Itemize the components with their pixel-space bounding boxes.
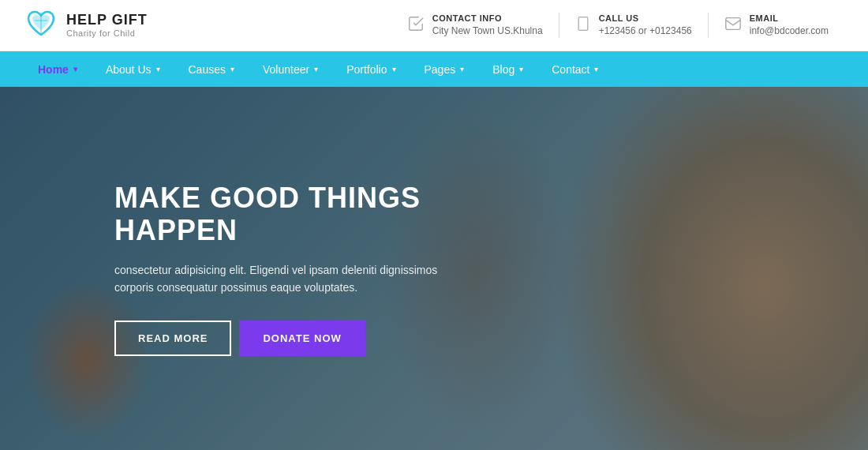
chevron-down-icon: ▾ <box>314 65 318 73</box>
nav-link-causes[interactable]: Causes ▾ <box>174 51 249 87</box>
chevron-down-icon: ▾ <box>594 65 598 73</box>
call-info-block: CALL US +123456 or +0123456 <box>559 13 709 38</box>
nav-link-blog[interactable]: Blog ▾ <box>478 51 537 87</box>
nav-link-home[interactable]: Home ▾ <box>24 51 92 87</box>
logo-subtitle: Charity for Child <box>66 28 148 39</box>
site-header: HELP GIFT Charity for Child CONTACT INFO… <box>0 0 868 51</box>
email-info-block: EMAIL info@bdcoder.com <box>709 13 844 38</box>
call-text: CALL US +123456 or +0123456 <box>599 13 692 38</box>
header-contact-info: CONTACT INFO City New Town US.Khulna CAL… <box>391 13 844 38</box>
nav-item-portfolio[interactable]: Portfolio ▾ <box>332 51 410 87</box>
chevron-down-icon: ▾ <box>519 65 523 73</box>
nav-item-blog[interactable]: Blog ▾ <box>478 51 537 87</box>
svg-rect-4 <box>726 17 740 29</box>
phone-icon <box>575 15 591 36</box>
nav-link-portfolio[interactable]: Portfolio ▾ <box>332 51 410 87</box>
contact-text: CONTACT INFO City New Town US.Khulna <box>432 13 543 38</box>
email-text: EMAIL info@bdcoder.com <box>750 13 829 38</box>
svg-rect-2 <box>578 17 588 30</box>
hero-description: consectetur adipisicing elit. Eligendi v… <box>114 261 446 297</box>
email-icon <box>724 15 742 36</box>
logo-title: HELP GIFT <box>66 12 148 29</box>
read-more-button[interactable]: READ MORE <box>114 321 231 356</box>
logo[interactable]: HELP GIFT Charity for Child <box>24 6 148 44</box>
nav-item-home[interactable]: Home ▾ <box>24 51 92 87</box>
logo-text: HELP GIFT Charity for Child <box>66 12 148 39</box>
nav-link-pages[interactable]: Pages ▾ <box>410 51 479 87</box>
nav-item-volunteer[interactable]: Volunteer ▾ <box>249 51 332 87</box>
chevron-down-icon: ▾ <box>460 65 464 73</box>
nav-link-volunteer[interactable]: Volunteer ▾ <box>249 51 332 87</box>
chevron-down-icon: ▾ <box>156 65 160 73</box>
nav-item-about[interactable]: About Us ▾ <box>92 51 174 87</box>
nav-link-contact[interactable]: Contact ▾ <box>537 51 612 87</box>
chevron-down-icon: ▾ <box>230 65 234 73</box>
hero-section: MAKE GOOD THINGS HAPPEN consectetur adip… <box>0 87 868 450</box>
donate-now-button[interactable]: DONATE NOW <box>239 321 365 356</box>
contact-info-block: CONTACT INFO City New Town US.Khulna <box>391 13 559 38</box>
main-navbar: Home ▾ About Us ▾ Causes ▾ Volunteer ▾ P <box>0 51 868 87</box>
nav-menu: Home ▾ About Us ▾ Causes ▾ Volunteer ▾ P <box>24 51 612 87</box>
logo-icon <box>24 6 58 44</box>
hero-content: MAKE GOOD THINGS HAPPEN consectetur adip… <box>0 87 458 356</box>
nav-item-contact[interactable]: Contact ▾ <box>537 51 612 87</box>
map-icon <box>407 15 425 36</box>
nav-item-causes[interactable]: Causes ▾ <box>174 51 249 87</box>
chevron-down-icon: ▾ <box>73 65 77 73</box>
chevron-down-icon: ▾ <box>392 65 396 73</box>
hero-buttons: READ MORE DONATE NOW <box>114 321 458 356</box>
nav-item-pages[interactable]: Pages ▾ <box>410 51 479 87</box>
hero-title: MAKE GOOD THINGS HAPPEN <box>114 182 458 247</box>
nav-link-about[interactable]: About Us ▾ <box>92 51 174 87</box>
